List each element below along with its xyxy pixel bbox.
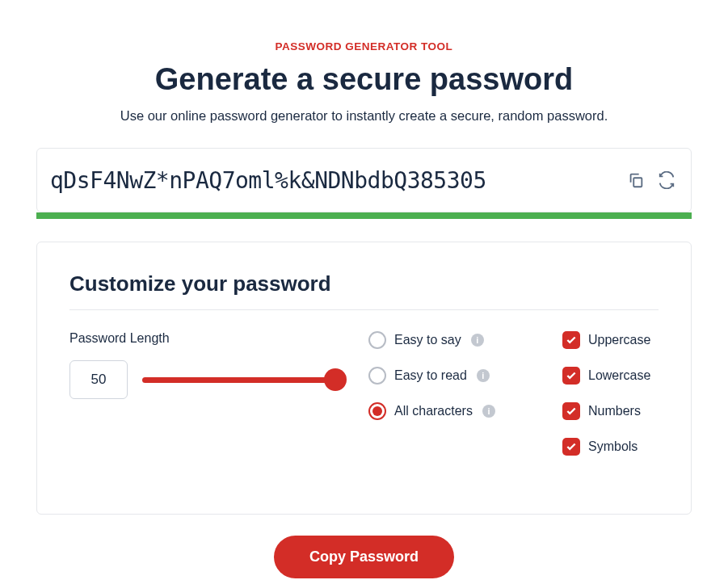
length-label: Password Length: [69, 331, 336, 346]
refresh-icon[interactable]: [655, 169, 678, 191]
password-display-box: qDsF4NwZ*nPAQ7oml%k&NDNbdbQ385305: [36, 148, 692, 212]
radio-label: Easy to say: [394, 333, 461, 347]
checkbox-label: Numbers: [588, 404, 641, 418]
radio-icon: [368, 331, 386, 349]
copy-password-button[interactable]: Copy Password: [274, 536, 454, 578]
generated-password: qDsF4NwZ*nPAQ7oml%k&NDNbdbQ385305: [50, 167, 616, 194]
checkbox-numbers[interactable]: Numbers: [562, 402, 659, 420]
radio-easy-to-say[interactable]: Easy to say i: [368, 331, 530, 349]
page-title: Generate a secure password: [36, 62, 692, 97]
radio-icon: [368, 402, 386, 420]
checkbox-label: Lowercase: [588, 368, 650, 383]
checkbox-label: Uppercase: [588, 333, 650, 347]
checkbox-label: Symbols: [588, 439, 638, 454]
info-icon[interactable]: i: [482, 405, 495, 418]
checkbox-lowercase[interactable]: Lowercase: [562, 367, 659, 385]
customize-card: Customize your password Password Length …: [36, 242, 692, 515]
info-icon[interactable]: i: [471, 334, 484, 347]
checkmark-icon: [562, 331, 580, 349]
radio-icon: [368, 367, 386, 385]
checkmark-icon: [562, 367, 580, 385]
copy-icon[interactable]: [625, 169, 647, 191]
info-icon[interactable]: i: [477, 369, 490, 382]
checkmark-icon: [562, 438, 580, 456]
length-input[interactable]: [69, 360, 128, 399]
checkbox-uppercase[interactable]: Uppercase: [562, 331, 659, 349]
slider-track: [142, 377, 336, 383]
strength-bar: [36, 212, 692, 219]
length-slider[interactable]: [142, 369, 336, 390]
radio-easy-to-read[interactable]: Easy to read i: [368, 367, 530, 385]
customize-heading: Customize your password: [69, 271, 659, 310]
checkbox-symbols[interactable]: Symbols: [562, 438, 659, 456]
eyebrow-label: PASSWORD GENERATOR TOOL: [36, 40, 692, 53]
radio-all-characters[interactable]: All characters i: [368, 402, 530, 420]
page-subtitle: Use our online password generator to ins…: [36, 108, 692, 124]
checkmark-icon: [562, 402, 580, 420]
slider-thumb[interactable]: [324, 368, 347, 391]
radio-label: All characters: [394, 404, 473, 418]
svg-rect-0: [633, 178, 642, 187]
radio-label: Easy to read: [394, 368, 467, 383]
